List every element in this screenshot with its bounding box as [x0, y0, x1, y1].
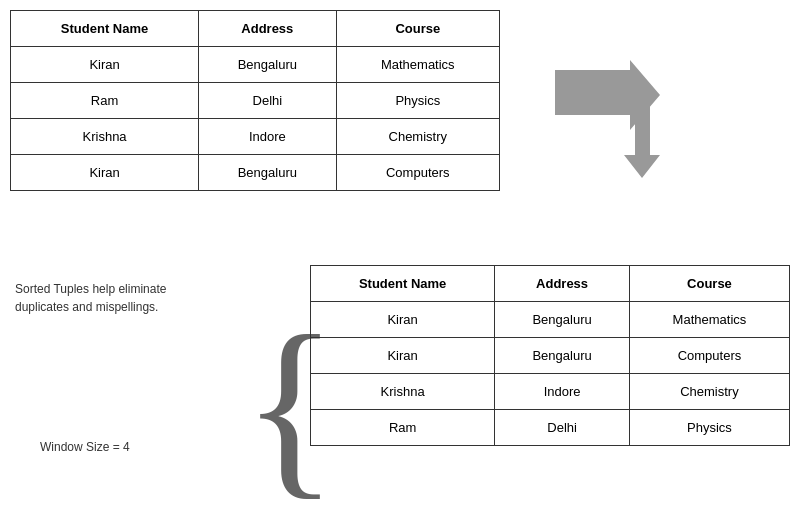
table-row: Kiran Bengaluru Mathematics [11, 47, 500, 83]
table-row: Kiran Bengaluru Computers [11, 155, 500, 191]
table-row: Krishna Indore Chemistry [11, 119, 500, 155]
top-header-address: Address [199, 11, 336, 47]
cell-address: Bengaluru [199, 155, 336, 191]
table-row: Ram Delhi Physics [311, 410, 790, 446]
cell-name: Ram [11, 83, 199, 119]
table-row: Krishna Indore Chemistry [311, 374, 790, 410]
page-container: Student Name Address Course Kiran Bengal… [0, 0, 801, 521]
cell-course: Chemistry [336, 119, 499, 155]
cell-name: Ram [311, 410, 495, 446]
cell-course: Computers [629, 338, 789, 374]
curly-brace-icon: { [270, 305, 310, 505]
cell-address: Bengaluru [495, 338, 630, 374]
bottom-header-course: Course [629, 266, 789, 302]
cell-course: Physics [629, 410, 789, 446]
bottom-header-address: Address [495, 266, 630, 302]
cell-name: Kiran [311, 338, 495, 374]
cell-course: Computers [336, 155, 499, 191]
cell-name: Krishna [11, 119, 199, 155]
cell-address: Bengaluru [495, 302, 630, 338]
top-table: Student Name Address Course Kiran Bengal… [10, 10, 500, 191]
cell-course: Physics [336, 83, 499, 119]
cell-name: Kiran [11, 155, 199, 191]
cell-course: Chemistry [629, 374, 789, 410]
table-row: Kiran Bengaluru Computers [311, 338, 790, 374]
window-size-label: Window Size = 4 [40, 440, 130, 454]
top-header-course: Course [336, 11, 499, 47]
table-row: Ram Delhi Physics [11, 83, 500, 119]
cell-name: Kiran [311, 302, 495, 338]
cell-course: Mathematics [336, 47, 499, 83]
cell-address: Bengaluru [199, 47, 336, 83]
bottom-header-name: Student Name [311, 266, 495, 302]
cell-name: Krishna [311, 374, 495, 410]
top-header-name: Student Name [11, 11, 199, 47]
sorted-text: Sorted Tuples help eliminate duplicates … [15, 280, 175, 316]
table-row: Kiran Bengaluru Mathematics [311, 302, 790, 338]
cell-course: Mathematics [629, 302, 789, 338]
cell-address: Indore [495, 374, 630, 410]
arrow-icon [545, 50, 665, 180]
cell-name: Kiran [11, 47, 199, 83]
cell-address: Delhi [495, 410, 630, 446]
cell-address: Delhi [199, 83, 336, 119]
bottom-table: Student Name Address Course Kiran Bengal… [310, 265, 790, 446]
cell-address: Indore [199, 119, 336, 155]
